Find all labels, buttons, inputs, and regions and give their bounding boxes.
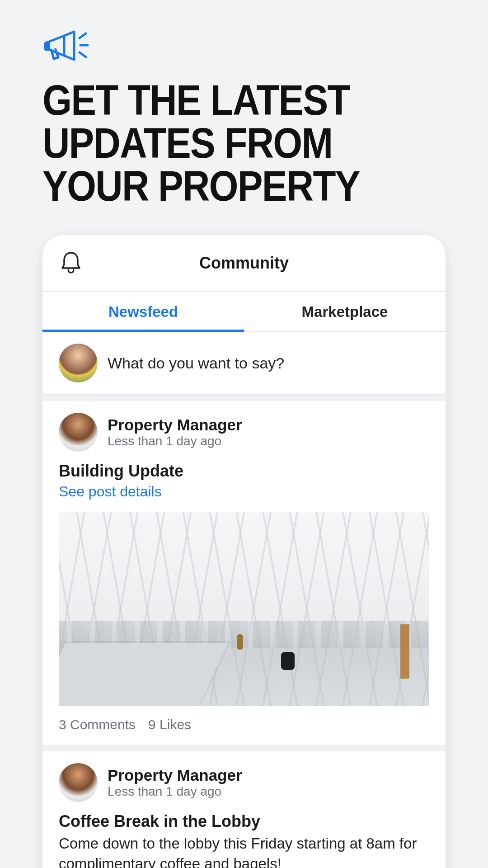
- bell-icon: [60, 250, 82, 274]
- feed: What do you want to say? Property Manage…: [42, 332, 446, 868]
- tab-newsfeed[interactable]: Newsfeed: [42, 292, 244, 331]
- post-header: Property Manager Less than 1 day ago: [59, 413, 429, 452]
- tab-marketplace[interactable]: Marketplace: [244, 292, 446, 331]
- app-header: Community: [42, 235, 446, 292]
- see-post-details-link[interactable]: See post details: [59, 483, 429, 500]
- megaphone-icon: [42, 27, 446, 70]
- post-composer[interactable]: What do you want to say?: [42, 332, 446, 395]
- page-title: Community: [199, 254, 289, 273]
- post-image[interactable]: [59, 512, 429, 706]
- post-author: Property Manager: [108, 416, 242, 434]
- notifications-button[interactable]: [60, 250, 82, 276]
- svg-line-1: [80, 33, 86, 38]
- feed-post: Property Manager Less than 1 day ago Bui…: [42, 401, 446, 745]
- comments-count[interactable]: 3 Comments: [59, 717, 136, 732]
- post-timestamp: Less than 1 day ago: [108, 434, 242, 448]
- feed-post: Property Manager Less than 1 day ago Cof…: [42, 751, 446, 868]
- post-body: Come down to the lobby this Friday start…: [59, 834, 429, 868]
- avatar: [59, 344, 98, 382]
- post-author: Property Manager: [108, 766, 242, 784]
- composer-placeholder: What do you want to say?: [108, 354, 284, 372]
- hero-headline: GET THE LATEST UPDATES FROM YOUR PROPERT…: [42, 79, 397, 208]
- phone-frame: Community Newsfeed Marketplace What do y…: [42, 235, 446, 868]
- avatar: [59, 413, 98, 452]
- tabs: Newsfeed Marketplace: [42, 292, 446, 332]
- post-timestamp: Less than 1 day ago: [108, 784, 242, 799]
- post-title: Building Update: [59, 462, 429, 481]
- likes-count[interactable]: 9 Likes: [148, 717, 191, 732]
- svg-line-3: [80, 52, 86, 57]
- post-header: Property Manager Less than 1 day ago: [59, 763, 429, 802]
- post-title: Coffee Break in the Lobby: [59, 812, 429, 831]
- post-meta: 3 Comments 9 Likes: [59, 717, 429, 732]
- avatar: [59, 763, 98, 802]
